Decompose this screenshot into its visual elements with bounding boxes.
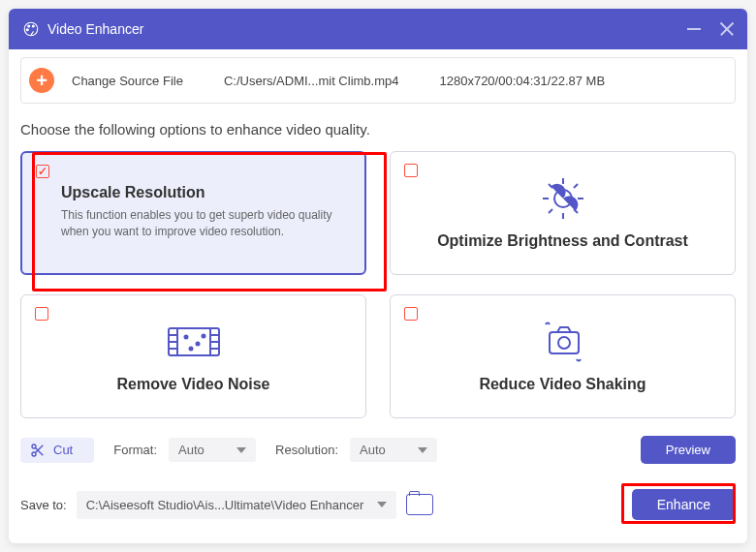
source-file-path: C:/Users/ADMI...mit Climb.mp4 — [224, 74, 399, 88]
close-button[interactable] — [720, 22, 734, 36]
svg-point-3 — [26, 29, 28, 31]
cut-button[interactable]: Cut — [20, 438, 94, 463]
resolution-select[interactable]: Auto — [350, 438, 437, 462]
card-reduce-shaking[interactable]: Reduce Video Shaking — [390, 294, 736, 418]
camera-shake-icon — [534, 318, 592, 366]
chevron-down-icon — [377, 502, 387, 507]
chevron-down-icon — [418, 447, 427, 453]
brightness-icon — [539, 174, 587, 223]
svg-point-25 — [202, 335, 205, 338]
change-source-label[interactable]: Change Source File — [72, 74, 183, 88]
resolution-label: Resolution: — [275, 443, 338, 457]
card-brightness-title: Optimize Brightness and Contrast — [437, 232, 688, 250]
svg-line-12 — [574, 184, 578, 188]
card-remove-noise[interactable]: Remove Video Noise — [20, 294, 366, 418]
checkbox-brightness[interactable] — [404, 164, 418, 177]
toolbar-row: Cut Format: Auto Resolution: Auto Previe… — [20, 436, 736, 464]
svg-point-28 — [32, 445, 36, 448]
chevron-down-icon — [236, 447, 246, 453]
save-to-label: Save to: — [20, 498, 67, 512]
card-brightness-contrast[interactable]: Optimize Brightness and Contrast — [390, 151, 736, 275]
card-upscale-desc: This function enables you to get superb … — [61, 207, 349, 240]
cut-label: Cut — [53, 443, 73, 457]
svg-point-2 — [32, 25, 34, 27]
svg-point-24 — [189, 348, 192, 351]
add-source-button[interactable]: + — [29, 68, 54, 93]
checkbox-noise[interactable] — [35, 307, 48, 321]
minimize-button[interactable] — [687, 28, 701, 30]
enhance-button[interactable]: Enhance — [632, 489, 736, 520]
card-upscale-resolution[interactable]: Upscale Resolution This function enables… — [20, 151, 366, 275]
svg-point-1 — [28, 25, 30, 27]
checkbox-upscale[interactable] — [36, 165, 49, 178]
film-icon — [165, 318, 223, 366]
svg-point-27 — [558, 337, 570, 349]
open-folder-button[interactable] — [406, 494, 433, 515]
svg-line-11 — [549, 209, 552, 213]
instruction-text: Choose the following options to enhance … — [20, 121, 736, 138]
format-select[interactable]: Auto — [169, 438, 256, 462]
svg-point-23 — [196, 343, 199, 346]
card-noise-title: Remove Video Noise — [117, 376, 270, 393]
app-window: Video Enhancer + Change Source File C:/U… — [9, 9, 747, 543]
resolution-value: Auto — [360, 443, 386, 457]
svg-rect-26 — [550, 332, 579, 353]
content-area: + Change Source File C:/Users/ADMI...mit… — [9, 57, 747, 520]
format-label: Format: — [113, 443, 157, 457]
options-grid: Upscale Resolution This function enables… — [20, 151, 736, 418]
scissors-icon — [30, 443, 46, 458]
svg-point-29 — [32, 452, 36, 456]
save-row: Save to: C:\Aiseesoft Studio\Ais...Ultim… — [20, 489, 736, 520]
checkbox-shaking[interactable] — [404, 307, 418, 321]
format-value: Auto — [178, 443, 205, 457]
card-shaking-title: Reduce Video Shaking — [479, 376, 646, 393]
save-path-select[interactable]: C:\Aiseesoft Studio\Ais...Ultimate\Video… — [77, 491, 396, 519]
svg-line-10 — [574, 209, 578, 213]
titlebar: Video Enhancer — [9, 9, 747, 49]
source-file-meta: 1280x720/00:04:31/22.87 MB — [439, 74, 605, 88]
svg-point-22 — [184, 336, 187, 339]
palette-icon — [22, 20, 40, 38]
preview-button[interactable]: Preview — [641, 436, 736, 464]
save-path-value: C:\Aiseesoft Studio\Ais...Ultimate\Video… — [86, 498, 364, 512]
card-upscale-title: Upscale Resolution — [61, 184, 205, 201]
source-file-row: + Change Source File C:/Users/ADMI...mit… — [20, 57, 736, 104]
window-title: Video Enhancer — [47, 21, 687, 37]
svg-line-9 — [549, 184, 552, 188]
